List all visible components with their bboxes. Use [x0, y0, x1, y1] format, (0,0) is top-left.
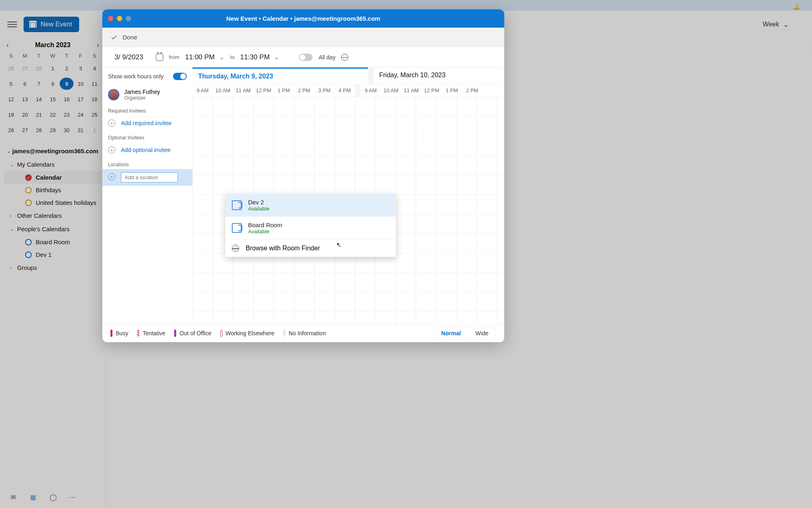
- timezone-icon[interactable]: [341, 54, 348, 61]
- zoom-traffic-light[interactable]: [126, 16, 131, 21]
- close-traffic-light[interactable]: [108, 16, 113, 21]
- hour-label: 1 PM: [442, 85, 462, 97]
- room-option-board-room[interactable]: Board RoomAvailable: [225, 217, 396, 239]
- globe-icon: [232, 245, 239, 252]
- add-location-row[interactable]: +: [102, 169, 192, 186]
- modal-title: New Event • Calendar • james@meetingroom…: [226, 15, 380, 22]
- status-no-info: No Information: [283, 330, 326, 337]
- day-header-selected[interactable]: Thursday, March 9, 2023: [192, 67, 368, 84]
- hour-label: 2 PM: [294, 85, 314, 97]
- plus-icon: +: [108, 119, 115, 127]
- room-icon: [232, 200, 242, 210]
- optional-invitees-label: Optional Invitees: [102, 131, 192, 142]
- from-time-dropdown[interactable]: 11:00 PM⌄: [185, 53, 225, 61]
- hour-label: 12 PM: [421, 85, 442, 97]
- all-day-toggle[interactable]: [299, 54, 313, 61]
- modal-titlebar: New Event • Calendar • james@meetingroom…: [102, 9, 504, 28]
- hour-label: 11 AM: [401, 85, 421, 97]
- status-busy: Busy: [110, 330, 128, 337]
- plus-icon: +: [108, 146, 115, 154]
- required-invitees-label: Required Invitees: [102, 104, 192, 115]
- all-day-label: All day: [318, 54, 335, 61]
- avatar: [108, 89, 119, 100]
- work-hours-toggle[interactable]: [173, 73, 187, 80]
- minimize-traffic-light[interactable]: [117, 16, 122, 21]
- add-required-invitee[interactable]: + Add required invitee: [102, 115, 192, 131]
- date-input[interactable]: [114, 52, 150, 62]
- zoom-segment[interactable]: Normal Wide: [434, 326, 496, 340]
- to-time-dropdown[interactable]: 11:30 PM⌄: [240, 53, 280, 61]
- plus-icon: +: [108, 173, 115, 180]
- to-label: to: [230, 54, 235, 60]
- hour-label: 9 AM: [192, 85, 213, 97]
- status-out-of-office: Out of Office: [174, 330, 211, 337]
- chevron-down-icon: ⌄: [219, 53, 225, 61]
- add-optional-invitee[interactable]: + Add optional invitee: [102, 142, 192, 158]
- segment-wide[interactable]: Wide: [468, 327, 496, 340]
- cursor-icon: ↖: [336, 241, 341, 249]
- hour-label: 2 PM: [462, 85, 482, 97]
- location-input[interactable]: [121, 172, 178, 182]
- done-button[interactable]: Done: [102, 28, 504, 47]
- date-picker-icon[interactable]: [156, 54, 163, 61]
- room-option-dev-2[interactable]: Dev 2Available: [225, 194, 396, 217]
- organizer-row: James FutheyOrganizer: [102, 85, 192, 104]
- locations-label: Locations: [102, 158, 192, 169]
- hour-label: 10 AM: [381, 85, 401, 97]
- browse-room-finder[interactable]: Browse with Room Finder: [225, 239, 396, 257]
- day-header[interactable]: Friday, March 10, 2023: [374, 67, 504, 84]
- from-label: from: [169, 54, 179, 60]
- hour-label: 10 AM: [213, 85, 233, 97]
- status-tentative: Tentative: [137, 330, 165, 337]
- hour-label: 3 PM: [314, 85, 335, 97]
- hour-label: 1 PM: [274, 85, 294, 97]
- segment-normal[interactable]: Normal: [434, 327, 468, 340]
- checkmark-icon: [110, 34, 118, 41]
- work-hours-label: Show work hours only: [108, 73, 164, 80]
- new-event-modal: New Event • Calendar • james@meetingroom…: [102, 9, 504, 342]
- hour-label: 9 AM: [361, 85, 381, 97]
- room-icon: [232, 223, 242, 233]
- hour-label: 4 PM: [335, 85, 355, 97]
- status-working-elsewhere: Working Elsewhere: [220, 330, 274, 337]
- location-dropdown: Dev 2Available Board RoomAvailable Brows…: [225, 194, 396, 257]
- chevron-down-icon: ⌄: [274, 53, 279, 61]
- hour-label: 11 AM: [233, 85, 253, 97]
- hour-label: 12 PM: [253, 85, 274, 97]
